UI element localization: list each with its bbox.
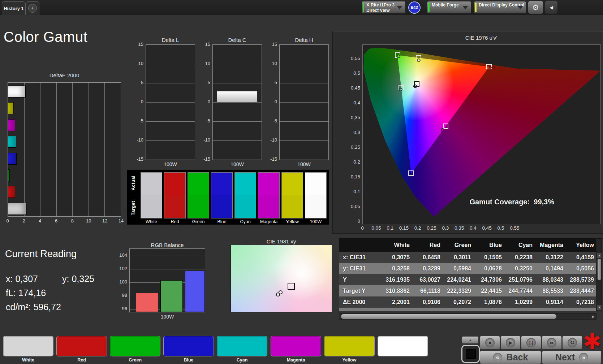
table-cell: 24,7306 <box>475 274 506 285</box>
rgb-y-tick: 104 <box>112 252 127 258</box>
delta-h-title: Delta H <box>279 37 329 43</box>
swatch-yellow <box>282 173 303 218</box>
patch-label-white: White <box>3 358 53 363</box>
table-cell: 0,8900 <box>445 308 475 311</box>
swatch-actual <box>164 173 185 195</box>
grid-line <box>146 64 195 64</box>
grid-line <box>89 83 89 216</box>
tab-history-1[interactable]: History 1 <box>2 1 26 15</box>
table-row: Target Y310,886266,1118222,332922,441524… <box>339 285 596 296</box>
table-cell: 1,0876 <box>475 296 506 308</box>
scrollbar-thumb[interactable] <box>341 314 556 319</box>
cie-1976-plot: Gamut Coverage: 99,3% <box>362 44 601 224</box>
row-label: y: CIE31 <box>339 263 383 274</box>
marker-square-blue <box>408 170 414 176</box>
table-cell: 66,1118 <box>414 285 445 296</box>
column-header-cyan: Cyan <box>506 239 537 252</box>
column-header-white: White <box>383 239 414 252</box>
display-control-dropdown[interactable]: Direct Display Control <box>474 1 526 14</box>
cie-1976-title: CIE 1976 u'v' <box>362 35 600 41</box>
table-row: ΔE 20002,20010,91060,20721,08761,02990,9… <box>339 296 596 308</box>
play-button[interactable]: ▶ <box>500 336 521 350</box>
delta-e-bar-blue <box>8 153 17 165</box>
table-cell: 0,2072 <box>445 296 475 308</box>
continuous-measure-button[interactable]: ∞ <box>542 336 562 350</box>
grid-line <box>72 83 73 216</box>
chevrons-left-icon: « <box>493 353 502 362</box>
chevron-down-icon <box>397 6 402 9</box>
cie1976-y-tick: 0,05 <box>343 204 360 209</box>
delta-h-y-tick: -15 <box>262 156 277 162</box>
table-cell: 0,3250 <box>506 263 537 274</box>
swatch-label: Blue <box>211 219 232 224</box>
grid-line <box>146 140 195 141</box>
patch-button-green[interactable] <box>110 336 160 356</box>
patch-button-blue[interactable] <box>163 336 214 356</box>
table-cell: 251,0796 <box>506 274 537 285</box>
back-button[interactable]: « Back <box>480 351 541 364</box>
pattern-list-up-button[interactable]: ▲ <box>462 336 479 344</box>
repeat-button[interactable]: ↻ <box>562 336 582 350</box>
source-dropdown[interactable]: Mobile Forge <box>427 1 471 14</box>
cie1976-x-tick: 0,45 <box>482 225 492 231</box>
rgb-y-tick: 102 <box>112 266 127 271</box>
meter-name: X-Rite i1Pro 3 <box>366 3 395 8</box>
delta-e-x-tick: 0 <box>6 218 9 224</box>
pattern-window-button[interactable] <box>461 345 480 363</box>
scroll-up-icon[interactable]: ▲ <box>597 253 602 258</box>
delta-e-x-tick: 14 <box>119 218 124 224</box>
cie1976-y-tick: 0,25 <box>343 144 360 150</box>
delta-e-x-tick: 8 <box>71 218 74 224</box>
swatch-label: Cyan <box>235 219 256 224</box>
table-cell: 2,0807 <box>568 308 596 311</box>
grid-line <box>104 83 105 216</box>
table-cell: 0,6458 <box>414 252 445 263</box>
delta-l-plot <box>146 44 195 160</box>
scroll-down-icon[interactable]: ▼ <box>597 305 602 310</box>
cie1976-y-tick: 0,55 <box>343 56 360 61</box>
chevron-left-icon: ◀ <box>550 5 553 10</box>
table-cell: 5,6024 <box>414 308 445 311</box>
cie1976-y-tick: 0,2 <box>343 159 360 165</box>
source-status-stripe <box>428 3 430 12</box>
grid-line <box>280 64 328 64</box>
delta-e-bar-100w <box>8 203 27 215</box>
patch-button-white[interactable] <box>3 336 53 356</box>
patch-button-cyan[interactable] <box>217 336 267 356</box>
calman-window: History 1 + X-Rite i1Pro 3 Direct View 6… <box>0 0 603 364</box>
table-cell: 0,5056 <box>568 263 596 274</box>
chevrons-right-icon: » <box>579 353 588 362</box>
swatch-actual <box>141 173 162 195</box>
cie-1931-chart <box>231 245 332 312</box>
collapse-panel-button[interactable]: ◀ <box>545 1 558 14</box>
single-measure-button[interactable]: [-] <box>521 336 541 350</box>
patch-button-magenta[interactable] <box>271 336 321 356</box>
meter-status-stripe <box>363 3 364 12</box>
column-header-yellow: Yellow <box>568 239 596 252</box>
swatch-actual <box>282 173 303 195</box>
cie1976-y-tick: 0,4 <box>343 100 360 105</box>
table-horizontal-scrollbar[interactable]: ▶ <box>339 313 596 320</box>
delta-l-y-tick: 15 <box>128 42 143 47</box>
table-cell: 0,1505 <box>475 252 506 263</box>
patch-button-100w[interactable] <box>378 336 428 356</box>
grid-line <box>213 102 262 103</box>
scroll-right-icon[interactable]: ▶ <box>592 315 595 318</box>
table-row: x: CIE310,30750,64580,30110,15050,22380,… <box>339 252 596 263</box>
scrollbar-thumb[interactable] <box>598 259 601 280</box>
table-cell: 0,3011 <box>445 252 475 263</box>
swatch-white <box>141 173 162 218</box>
swatch-cyan <box>235 173 256 218</box>
table-vertical-scrollbar[interactable]: ▲ ▼ <box>597 238 602 311</box>
cie1976-y-tick: 0,1 <box>343 189 360 194</box>
add-tab-button[interactable]: + <box>26 1 39 15</box>
patch-button-yellow[interactable] <box>324 336 375 356</box>
table-cell: 224,0241 <box>445 274 475 285</box>
patch-button-red[interactable] <box>56 336 107 356</box>
cie1976-x-tick: 0 <box>361 225 364 231</box>
meter-dropdown[interactable]: X-Rite i1Pro 3 Direct View <box>361 1 406 14</box>
stop-button[interactable]: ■ <box>480 336 500 350</box>
delta-c-plot <box>212 44 262 160</box>
settings-button[interactable]: ⚙ <box>528 1 543 14</box>
grid-line <box>24 83 25 216</box>
